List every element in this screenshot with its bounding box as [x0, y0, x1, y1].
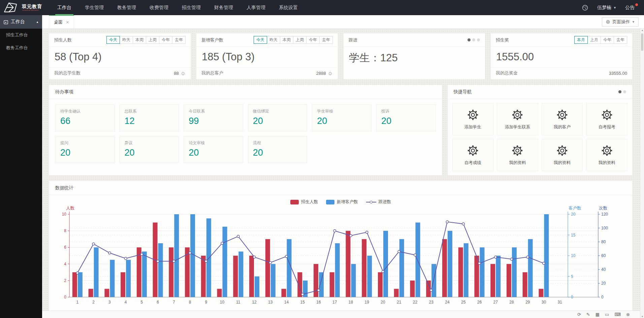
svg-text:28: 28: [509, 300, 514, 305]
refresh-icon[interactable]: ⟳: [577, 312, 581, 317]
legend-item-2[interactable]: 跟进数: [366, 199, 391, 205]
todo-value: 12: [125, 116, 174, 126]
filter-button-2[interactable]: 本周: [133, 36, 146, 44]
todo-item-1[interactable]: 总联系12: [120, 104, 179, 131]
top-navbar: 双元教育 Vocational Education 工作台学生管理教务管理收费管…: [0, 0, 644, 15]
scrollbar[interactable]: ▲ ▼: [640, 29, 644, 318]
tab-desktop[interactable]: 桌面 ×: [49, 15, 74, 28]
carousel-dot-1[interactable]: [623, 90, 626, 93]
svg-text:17: 17: [332, 300, 337, 305]
sidebar-item-1[interactable]: 教务工作台: [0, 41, 42, 54]
theme-icon[interactable]: [582, 4, 588, 11]
svg-text:13: 13: [268, 300, 273, 305]
filter-button-1[interactable]: 昨天: [267, 36, 280, 44]
filter-button-1[interactable]: 上月: [587, 36, 601, 44]
todo-item-0[interactable]: 待学生确认66: [55, 104, 115, 131]
nav-item-4[interactable]: 招生管理: [175, 0, 207, 15]
main-content: 招生人数今天昨天本周上周今年去年58 (Top 4)我的总学生数88☺新增客户数…: [42, 29, 640, 311]
svg-text:40: 40: [601, 267, 606, 272]
status-bar: ⟳✎▦▭⌨⊗: [42, 311, 640, 318]
filter-button-3[interactable]: 上周: [293, 36, 307, 44]
svg-text:7: 7: [173, 300, 175, 305]
card-footer: 我的总客户2888☺: [196, 67, 338, 79]
quick-nav-item-3[interactable]: 自考报考: [586, 103, 627, 135]
sidebar-group-workbench[interactable]: 工作台 ▲: [0, 15, 42, 29]
scroll-up-icon[interactable]: ▲: [640, 29, 644, 31]
stat-card-2: 跟进学生：125: [343, 33, 485, 80]
filter-button-4[interactable]: 今年: [159, 36, 172, 44]
filter-button-3[interactable]: 去年: [614, 36, 627, 44]
page-actions-button[interactable]: 页面操作 ▼: [602, 17, 639, 27]
legend-item-1[interactable]: 新增客户数: [326, 199, 358, 205]
svg-text:4: 4: [125, 300, 127, 305]
window-icon[interactable]: ▭: [605, 312, 609, 317]
user-menu[interactable]: 伍梦楠 ▼: [597, 5, 616, 11]
todo-item-4[interactable]: 学生审核20: [312, 104, 372, 131]
quick-nav-item-1[interactable]: 添加学生联系: [497, 103, 538, 135]
nav-item-1[interactable]: 学生管理: [78, 0, 110, 15]
close-icon[interactable]: ⊗: [626, 312, 630, 317]
scroll-down-icon[interactable]: ▼: [640, 315, 644, 318]
nav-item-3[interactable]: 收费管理: [143, 0, 175, 15]
nav-item-7[interactable]: 系统设置: [272, 0, 304, 15]
svg-text:100: 100: [601, 226, 608, 230]
quick-nav-item-7[interactable]: 我的资料: [586, 139, 627, 171]
keyboard-icon[interactable]: ⌨: [614, 312, 621, 317]
filter-button-5[interactable]: 去年: [172, 36, 186, 44]
todo-item-5[interactable]: 投诉20: [376, 104, 436, 131]
tab-close-icon[interactable]: ×: [66, 20, 69, 25]
quick-nav-item-4[interactable]: 自考成绩: [452, 139, 494, 171]
sidebar-item-0[interactable]: 招生工作台: [0, 29, 42, 41]
quick-nav-dots: [618, 90, 626, 93]
carousel-dot-0[interactable]: [468, 38, 471, 41]
todo-item-6[interactable]: 提问20: [55, 136, 115, 163]
user-name: 伍梦楠: [597, 5, 611, 11]
carousel-dot-1[interactable]: [472, 38, 475, 41]
notification-dot: [635, 3, 638, 6]
filter-button-2[interactable]: 今年: [601, 36, 614, 44]
scrollbar-thumb[interactable]: [641, 33, 643, 51]
filter-button-0[interactable]: 今天: [254, 36, 267, 44]
quick-nav-item-6[interactable]: 我的资料: [542, 139, 583, 171]
svg-text:2: 2: [64, 278, 66, 283]
legend-label: 新增客户数: [337, 199, 358, 205]
filter-button-3[interactable]: 上周: [146, 36, 159, 44]
filter-button-0[interactable]: 本月: [574, 36, 588, 44]
card-value: 58 (Top 4): [49, 47, 191, 63]
sidebar: 工作台 ▲ 招生工作台教务工作台: [0, 15, 42, 318]
sidebar-items: 招生工作台教务工作台: [0, 29, 42, 54]
card-title: 新增客户数: [201, 37, 223, 43]
stat-cards-row: 招生人数今天昨天本周上周今年去年58 (Top 4)我的总学生数88☺新增客户数…: [49, 33, 633, 80]
carousel-dot-0[interactable]: [618, 90, 621, 93]
announcement-button[interactable]: 公告: [625, 5, 637, 11]
quick-nav-item-5[interactable]: 我的资料: [497, 139, 538, 171]
filter-button-0[interactable]: 今天: [106, 36, 120, 44]
nav-item-2[interactable]: 教务管理: [110, 0, 143, 15]
svg-text:2: 2: [92, 300, 95, 305]
filter-button-2[interactable]: 本周: [280, 36, 293, 44]
svg-text:0: 0: [571, 295, 573, 299]
grid-icon[interactable]: ▦: [595, 312, 600, 317]
svg-text:5: 5: [140, 300, 143, 305]
gear-icon: [556, 144, 569, 157]
carousel-dot-2[interactable]: [477, 38, 480, 41]
quick-nav-item-0[interactable]: 添加学生: [452, 103, 494, 135]
todo-item-8[interactable]: 论文审核20: [184, 136, 243, 163]
edit-icon[interactable]: ✎: [586, 312, 590, 317]
quick-nav-item-2[interactable]: 我的客户: [542, 103, 583, 135]
filter-button-1[interactable]: 昨天: [120, 36, 133, 44]
todo-item-7[interactable]: 异议20: [120, 136, 179, 163]
svg-text:18: 18: [349, 300, 353, 305]
todo-label: 投诉: [381, 108, 431, 114]
filter-button-4[interactable]: 今年: [306, 36, 320, 44]
svg-text:26: 26: [477, 300, 482, 305]
todo-item-2[interactable]: 今日联系99: [184, 104, 243, 131]
nav-item-5[interactable]: 财务管理: [207, 0, 240, 15]
todo-item-9[interactable]: 流程20: [248, 136, 308, 163]
filter-button-5[interactable]: 去年: [319, 36, 333, 44]
todo-item-3[interactable]: 微信绑定20: [248, 104, 308, 131]
nav-item-6[interactable]: 人事管理: [240, 0, 272, 15]
legend-item-0[interactable]: 招生人数: [290, 199, 318, 205]
todo-value: 20: [381, 116, 431, 126]
nav-item-0[interactable]: 工作台: [51, 0, 78, 15]
